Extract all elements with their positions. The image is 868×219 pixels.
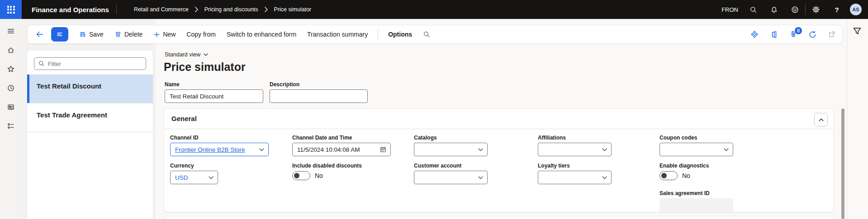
currency-value: USD	[175, 174, 188, 181]
refresh-icon	[808, 30, 817, 39]
options-menu[interactable]: Options	[388, 31, 412, 38]
sales-agreement-id-input	[659, 198, 733, 212]
catalogs-label: Catalogs	[414, 135, 488, 141]
delete-button[interactable]: Delete	[114, 31, 142, 38]
include-disabled-discounts-value: No	[315, 172, 323, 179]
enable-diagnostics-value: No	[682, 172, 690, 179]
feedback-button[interactable]	[784, 0, 805, 19]
notifications-button[interactable]	[764, 0, 784, 19]
sales-agreement-id-field: Sales agreement ID	[659, 190, 733, 212]
search-icon	[38, 60, 45, 67]
chevron-right-icon	[195, 7, 198, 12]
customer-account-field: Customer account	[414, 163, 488, 184]
toggle-knob	[661, 173, 667, 178]
coupon-codes-label: Coupon codes	[659, 135, 733, 141]
loyalty-tiers-combobox[interactable]	[538, 171, 612, 184]
filter-input[interactable]	[34, 57, 146, 70]
catalogs-combobox[interactable]	[414, 143, 488, 156]
chevron-down-icon	[209, 176, 213, 179]
channel-id-field: Channel ID Frontier Online B2B Store	[170, 135, 269, 156]
list-item[interactable]: Test Retail Discount	[27, 75, 153, 103]
vertical-scrollbar[interactable]	[841, 108, 844, 219]
loyalty-tiers-label: Loyalty tiers	[538, 163, 612, 169]
new-button[interactable]: New	[153, 31, 175, 38]
channel-id-value[interactable]: Frontier Online B2B Store	[175, 146, 245, 153]
customer-account-label: Customer account	[414, 163, 488, 169]
description-input[interactable]	[270, 89, 368, 103]
breadcrumb-page[interactable]: Price simulator	[274, 6, 312, 13]
workspaces-icon	[7, 122, 15, 130]
include-disabled-discounts-field: Include disabled discounts No	[292, 163, 392, 180]
channel-id-label: Channel ID	[170, 135, 269, 141]
open-in-new-window-button[interactable]	[828, 30, 836, 38]
settings-button[interactable]	[806, 0, 826, 19]
loyalty-tiers-field: Loyalty tiers	[538, 163, 612, 184]
channel-datetime-label: Channel Date and Time	[292, 135, 391, 141]
channel-id-combobox[interactable]: Frontier Online B2B Store	[170, 143, 269, 156]
transaction-summary-button[interactable]: Transaction summary	[307, 31, 368, 38]
calendar-icon[interactable]	[379, 146, 387, 153]
section-divider	[164, 129, 833, 129]
switch-enhanced-form-button[interactable]: Switch to enhanced form	[227, 31, 296, 38]
nav-home-button[interactable]	[7, 46, 15, 54]
smiley-icon	[791, 6, 799, 14]
refresh-button[interactable]	[808, 30, 817, 39]
nav-recent-button[interactable]	[7, 84, 15, 92]
app-launcher-button[interactable]	[0, 0, 22, 19]
description-field: Description	[270, 81, 368, 103]
name-field: Name	[165, 81, 263, 103]
personalize-button[interactable]	[750, 30, 759, 39]
record-list-panel: Test Retail Discount Test Trade Agreemen…	[27, 51, 153, 219]
customer-account-combobox[interactable]	[414, 171, 488, 184]
delete-label: Delete	[124, 31, 142, 38]
breadcrumb-module[interactable]: Retail and Commerce	[134, 6, 189, 13]
home-icon	[7, 46, 15, 54]
filter-pane-button[interactable]	[852, 26, 863, 37]
pane-menu-button[interactable]	[51, 27, 68, 42]
back-arrow-icon	[36, 30, 44, 38]
currency-label: Currency	[170, 163, 218, 169]
name-input[interactable]	[165, 89, 263, 103]
menu-icon	[56, 31, 63, 38]
enable-diagnostics-toggle[interactable]	[659, 171, 678, 180]
actionbar-search-button[interactable]	[423, 31, 430, 38]
topbar-right-cluster: FRON ? AS	[721, 0, 868, 19]
chevron-down-icon	[478, 176, 483, 179]
action-bar: Save Delete New Copy from Switch to enha…	[27, 25, 843, 44]
app-title: Finance and Operations	[32, 6, 109, 14]
help-button[interactable]: ?	[826, 0, 847, 19]
breadcrumb-area[interactable]: Pricing and discounts	[204, 6, 258, 13]
search-button[interactable]	[743, 0, 764, 19]
user-avatar[interactable]: AS	[850, 4, 862, 15]
office-icon	[770, 30, 778, 39]
currency-combobox[interactable]: USD	[170, 171, 218, 184]
filter-funnel-icon	[852, 26, 862, 36]
catalogs-field: Catalogs	[414, 135, 488, 156]
back-button[interactable]	[36, 30, 44, 38]
channel-datetime-value: 11/5/2024 10:04:08 AM	[297, 146, 360, 153]
nav-forms-button[interactable]	[7, 103, 15, 111]
view-selector-label: Standard view	[165, 51, 200, 58]
chevron-down-icon	[602, 176, 607, 179]
chevron-up-icon	[819, 118, 824, 121]
view-selector[interactable]: Standard view	[165, 51, 208, 58]
office-apps-button[interactable]	[770, 30, 778, 39]
search-icon	[749, 6, 757, 14]
attachments-button[interactable]: 0	[789, 30, 797, 38]
bell-icon	[770, 6, 778, 14]
collapse-section-button[interactable]	[814, 113, 828, 126]
list-item-label: Test Retail Discount	[37, 82, 101, 90]
affiliations-combobox[interactable]	[538, 143, 612, 156]
selection-accent-bar	[27, 75, 29, 103]
nav-workspaces-button[interactable]	[7, 122, 15, 130]
name-label: Name	[165, 81, 263, 88]
copy-from-button[interactable]: Copy from	[186, 31, 216, 38]
description-label: Description	[270, 81, 368, 88]
include-disabled-discounts-toggle[interactable]	[292, 171, 310, 180]
channel-datetime-input[interactable]: 11/5/2024 10:04:08 AM	[292, 143, 391, 156]
coupon-codes-combobox[interactable]	[659, 143, 733, 156]
nav-favorites-button[interactable]	[7, 65, 15, 73]
expand-menu-button[interactable]	[7, 27, 15, 35]
save-button[interactable]: Save	[79, 31, 104, 38]
list-item[interactable]: Test Trade Agreement	[27, 103, 153, 132]
